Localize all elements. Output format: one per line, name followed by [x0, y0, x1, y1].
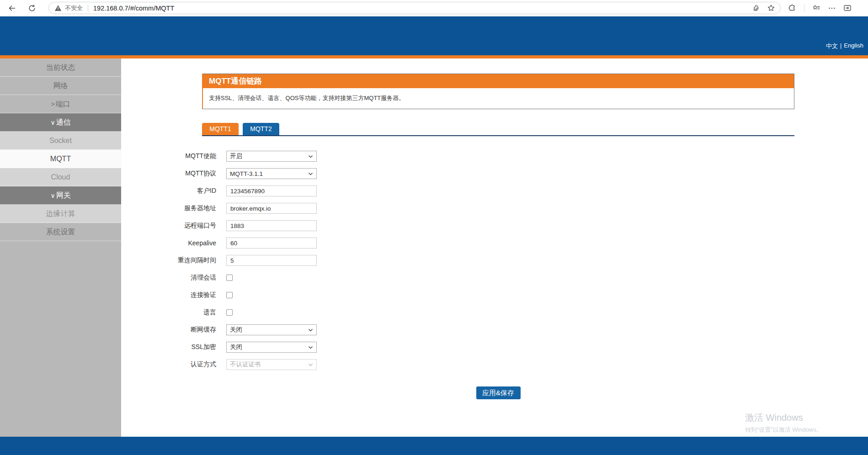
remote-port-input[interactable] — [226, 220, 317, 231]
refresh-icon — [28, 5, 36, 12]
field-label: 遗言 — [121, 308, 226, 317]
form-row: 客户ID — [121, 185, 868, 196]
page-title: MQTT通信链路 — [203, 74, 794, 88]
sidebar-item-network[interactable]: 网络 — [0, 77, 121, 95]
connection-auth-checkbox[interactable] — [226, 292, 233, 298]
sidebar-item-system-settings[interactable]: 系统设置 — [0, 223, 121, 241]
lang-separator: | — [840, 42, 841, 50]
form-row: 遗言 — [121, 307, 868, 318]
mqtt-protocol-select[interactable]: MQTT-3.1.1 — [226, 168, 317, 179]
chevron-down-icon — [308, 328, 313, 332]
chevron-down-icon: ∨ — [50, 119, 55, 126]
language-switch: 中文 | English — [826, 42, 863, 50]
apply-save-button[interactable]: 应用&保存 — [476, 386, 521, 399]
app-header: 中文 | English — [0, 16, 868, 55]
tab-mqtt1[interactable]: MQTT1 — [202, 123, 239, 135]
clean-session-checkbox[interactable] — [226, 275, 233, 281]
header-accent-line — [0, 55, 868, 58]
add-favorite-star-icon[interactable] — [767, 5, 775, 12]
form-row: 连接验证 — [121, 290, 868, 301]
field-label: 客户ID — [121, 187, 226, 195]
sidebar-item-socket[interactable]: Socket — [0, 132, 121, 150]
browser-toolbar: 不安全 192.168.0.7/#/comm/MQTT — [0, 0, 868, 16]
form-row: 服务器地址 — [121, 203, 868, 214]
client-id-input[interactable] — [226, 185, 317, 196]
form-row: MQTT使能 开启 — [121, 151, 868, 162]
mqtt-settings-form: MQTT使能 开启 MQTT协议 MQTT-3.1.1 客户ID 服务器地址 — [121, 151, 868, 370]
field-label: 连接验证 — [121, 291, 226, 299]
sidebar-group-communication[interactable]: ∨通信 — [0, 113, 121, 132]
sidebar-item-edge-computing[interactable]: 边缘计算 — [0, 205, 121, 223]
sidebar-item-mqtt[interactable]: MQTT — [0, 150, 121, 168]
back-icon — [8, 5, 16, 12]
address-bar[interactable]: 不安全 192.168.0.7/#/comm/MQTT — [48, 2, 781, 14]
more-options-icon[interactable] — [828, 5, 836, 12]
rewards-swirl-icon[interactable] — [752, 5, 759, 12]
chevron-right-icon: > — [51, 101, 54, 108]
address-divider — [88, 5, 88, 12]
toolbar-divider — [804, 4, 804, 12]
field-label: 服务器地址 — [121, 204, 226, 212]
form-row: Keepalive — [121, 238, 868, 249]
form-actions: 应用&保存 — [202, 386, 794, 399]
form-row: SSL加密 关闭 — [121, 342, 868, 353]
chevron-down-icon — [308, 363, 313, 366]
back-button[interactable] — [5, 1, 19, 15]
auth-mode-select: 不认证证书 — [226, 359, 317, 370]
form-row: MQTT协议 MQTT-3.1.1 — [121, 168, 868, 179]
sidebar-panel-icon[interactable] — [844, 5, 851, 12]
sidebar-item-port[interactable]: >端口 — [0, 95, 121, 113]
field-label: SSL加密 — [121, 343, 226, 351]
field-label: MQTT使能 — [121, 152, 226, 160]
url-text[interactable]: 192.168.0.7/#/comm/MQTT — [93, 5, 174, 12]
tab-bar: MQTT1 MQTT2 — [202, 123, 794, 136]
keepalive-input[interactable] — [226, 238, 317, 249]
favorites-icon[interactable] — [813, 5, 820, 12]
chevron-down-icon — [308, 346, 313, 349]
lang-zh-link[interactable]: 中文 — [826, 42, 838, 50]
sidebar-group-gateway[interactable]: ∨网关 — [0, 186, 121, 205]
mqtt-panel: MQTT通信链路 支持SSL、清理会话、遗言、QOS等功能，支持对接第三方MQT… — [202, 74, 794, 109]
chevron-down-icon — [308, 155, 313, 158]
field-label: 认证方式 — [121, 360, 226, 369]
chevron-down-icon — [308, 172, 313, 175]
server-address-input[interactable] — [226, 203, 317, 214]
field-label: 重连间隔时间 — [121, 256, 226, 265]
field-label: 远程端口号 — [121, 222, 226, 230]
form-row: 断网缓存 关闭 — [121, 324, 868, 335]
field-label: 清理会话 — [121, 274, 226, 282]
app-footer — [0, 437, 868, 455]
form-row: 认证方式 不认证证书 — [121, 359, 868, 370]
main-content: MQTT通信链路 支持SSL、清理会话、遗言、QOS等功能，支持对接第三方MQT… — [121, 58, 868, 437]
sidebar-item-current-status[interactable]: 当前状态 — [0, 58, 121, 77]
tab-mqtt2[interactable]: MQTT2 — [243, 123, 279, 135]
field-label: 断网缓存 — [121, 326, 226, 334]
mqtt-enable-select[interactable]: 开启 — [226, 151, 317, 162]
page-description: 支持SSL、清理会话、遗言、QOS等功能，支持对接第三方MQTT服务器。 — [203, 88, 794, 109]
ssl-encrypt-select[interactable]: 关闭 — [226, 342, 317, 353]
form-row: 重连间隔时间 — [121, 255, 868, 266]
sidebar-nav: 当前状态 网络 >端口 ∨通信 Socket MQTT Cloud ∨网关 边缘… — [0, 58, 121, 437]
refresh-button[interactable] — [25, 1, 39, 15]
reconnect-interval-input[interactable] — [226, 255, 317, 266]
warning-icon[interactable] — [54, 5, 62, 12]
field-label: Keepalive — [121, 239, 226, 247]
offline-cache-select[interactable]: 关闭 — [226, 324, 317, 335]
field-label: MQTT协议 — [121, 169, 226, 178]
security-label[interactable]: 不安全 — [65, 4, 83, 12]
last-will-checkbox[interactable] — [226, 309, 233, 316]
chevron-down-icon: ∨ — [50, 192, 55, 199]
form-row: 远程端口号 — [121, 220, 868, 231]
lang-en-link[interactable]: English — [844, 42, 863, 50]
extensions-icon[interactable] — [788, 5, 796, 12]
sidebar-item-cloud[interactable]: Cloud — [0, 168, 121, 186]
form-row: 清理会话 — [121, 272, 868, 283]
